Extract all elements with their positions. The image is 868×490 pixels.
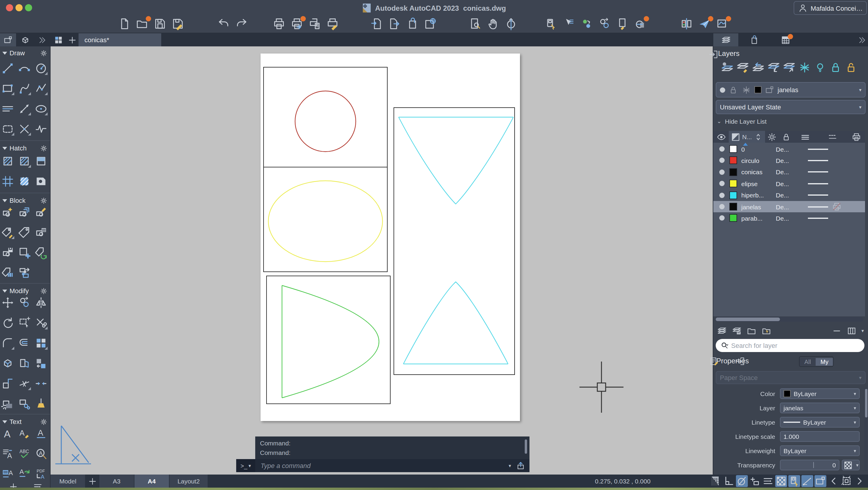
layers-palette-tab[interactable] xyxy=(713,33,738,46)
block-section-header[interactable]: Block xyxy=(2,196,48,204)
ungroup-icon[interactable] xyxy=(598,17,611,30)
revision-cloud-icon[interactable] xyxy=(1,123,14,136)
mirror-icon[interactable] xyxy=(34,296,48,309)
columns-settings-icon[interactable] xyxy=(846,326,857,336)
layer-unisolate-icon[interactable] xyxy=(782,61,796,74)
spell-check-icon[interactable]: ABC xyxy=(18,447,31,460)
linetype-scale-input[interactable]: 1.000 xyxy=(780,431,860,442)
box-icon[interactable] xyxy=(1,357,14,370)
layer-row-circulo[interactable]: circuloDe... xyxy=(713,155,865,166)
print-icon[interactable] xyxy=(273,17,285,30)
layer-row-parab[interactable]: parab...De... xyxy=(713,213,865,224)
draw-section-header[interactable]: Draw xyxy=(2,49,48,57)
align-icon[interactable] xyxy=(34,357,48,370)
attribute-manager-icon[interactable] xyxy=(34,226,48,239)
edit-attribute-icon[interactable] xyxy=(1,226,14,239)
polar-tracking-icon[interactable] xyxy=(736,475,748,487)
pan-icon[interactable] xyxy=(487,17,500,30)
line-icon[interactable] xyxy=(1,62,14,75)
name-column-header[interactable]: N... xyxy=(729,131,765,143)
attach-icon[interactable] xyxy=(406,17,419,30)
selection-cycling-icon[interactable] xyxy=(788,475,800,487)
group-icon[interactable] xyxy=(580,17,593,30)
arc-icon[interactable] xyxy=(18,62,31,75)
view-grid-icon[interactable] xyxy=(51,33,65,46)
layer-on-icon[interactable] xyxy=(719,181,724,186)
transparency-toggle-icon[interactable] xyxy=(775,475,787,487)
ellipse-icon[interactable] xyxy=(34,102,48,116)
write-block-icon[interactable] xyxy=(1,246,14,259)
layer-on-icon[interactable] xyxy=(719,192,724,198)
space-selector[interactable]: Paper Space▾ xyxy=(716,371,866,384)
layer-isolate-icon[interactable] xyxy=(767,61,780,74)
layer-row-conicas[interactable]: conicasDe... xyxy=(713,166,865,178)
export-icon[interactable] xyxy=(388,17,401,30)
layer-states-icon[interactable] xyxy=(717,326,727,336)
drafting-grid-icon[interactable] xyxy=(710,475,722,487)
replace-block-icon[interactable] xyxy=(18,266,31,280)
circle-shape[interactable] xyxy=(295,91,356,152)
new-file-icon[interactable] xyxy=(118,17,131,30)
layer-on-icon[interactable] xyxy=(719,169,724,175)
redo-icon[interactable] xyxy=(235,17,248,30)
block-editor-icon[interactable] xyxy=(34,206,48,219)
plot-column-icon[interactable] xyxy=(851,132,862,142)
freeze-column-icon[interactable] xyxy=(767,132,777,142)
command-line[interactable]: >_▾ Type a command ▾ xyxy=(236,459,529,472)
open-layer-group-icon[interactable] xyxy=(747,326,757,336)
filter-all-button[interactable]: All xyxy=(800,358,816,365)
command-recent-icon[interactable]: ▾ xyxy=(509,463,511,468)
layer-row-0[interactable]: 0De... xyxy=(713,143,865,155)
transparency-slider[interactable]: 0 xyxy=(780,460,839,470)
layer-list-header[interactable]: N... xyxy=(713,131,865,143)
filter-my-button[interactable]: My xyxy=(816,358,833,365)
boundary-icon[interactable] xyxy=(1,175,14,188)
draw-settings-icon[interactable] xyxy=(40,49,48,57)
edit-text-icon[interactable]: A xyxy=(18,427,31,440)
layout-tab-layout2[interactable]: Layout2 xyxy=(169,475,208,488)
explode-icon[interactable] xyxy=(18,397,31,410)
current-layer-dropdown[interactable]: janelas ▾ xyxy=(716,82,866,98)
layer-on-icon[interactable] xyxy=(719,204,724,209)
layer-dropdown[interactable]: janelas▾ xyxy=(780,402,860,413)
annotation-visibility-icon[interactable] xyxy=(867,475,868,487)
viewport-ellipse[interactable] xyxy=(264,167,387,272)
lineweight-display-icon[interactable] xyxy=(762,475,774,487)
properties-filter-segment[interactable]: All My xyxy=(799,356,834,367)
update-text-icon[interactable]: A xyxy=(18,467,31,481)
layer-settings-icon[interactable] xyxy=(732,326,742,336)
command-prompt-icon[interactable]: >_▾ xyxy=(236,459,255,472)
layer-on-icon[interactable] xyxy=(719,158,724,163)
hatch-region-icon[interactable] xyxy=(18,175,31,188)
undo-icon[interactable] xyxy=(217,17,230,30)
gradient-icon[interactable] xyxy=(34,155,48,168)
parabola-shape[interactable] xyxy=(282,286,379,398)
edit-plot-icon[interactable] xyxy=(326,17,339,30)
trim-icon[interactable] xyxy=(34,316,48,329)
hide-layer-list-toggle[interactable]: ⌄Hide Layer List xyxy=(717,118,767,125)
new-layout-button[interactable] xyxy=(86,475,99,488)
zoom-window-icon[interactable] xyxy=(469,17,482,30)
command-history[interactable]: Command: Command: xyxy=(255,436,529,459)
layout-tab-a3[interactable]: A3 xyxy=(99,475,134,488)
extrude-icon[interactable] xyxy=(18,357,31,370)
hyperbola-shape[interactable] xyxy=(399,117,514,364)
layer-on-icon[interactable] xyxy=(719,216,724,221)
viewport-circle[interactable] xyxy=(264,67,387,167)
object-snap-icon[interactable] xyxy=(749,475,761,487)
annotative-block-icon[interactable] xyxy=(1,266,14,280)
close-properties-icon[interactable] xyxy=(735,356,745,366)
text-settings-icon[interactable] xyxy=(40,418,48,425)
layer-color-swatch[interactable] xyxy=(730,179,737,187)
stretch-rect-icon[interactable] xyxy=(1,397,14,410)
linetype-dropdown[interactable]: ByLayer▾ xyxy=(780,417,860,428)
transparency-mode-dropdown[interactable]: ▾ xyxy=(842,460,860,470)
save-as-icon[interactable] xyxy=(171,17,184,30)
color-dropdown[interactable]: ByLayer▾ xyxy=(780,388,860,399)
collapse-icon[interactable] xyxy=(832,326,842,336)
layer-color-swatch[interactable] xyxy=(730,215,737,222)
block-settings-icon[interactable] xyxy=(40,197,48,204)
edit-properties-icon[interactable] xyxy=(709,356,719,366)
reference-palette-tab[interactable] xyxy=(738,33,769,46)
polyline-icon[interactable] xyxy=(34,82,48,95)
